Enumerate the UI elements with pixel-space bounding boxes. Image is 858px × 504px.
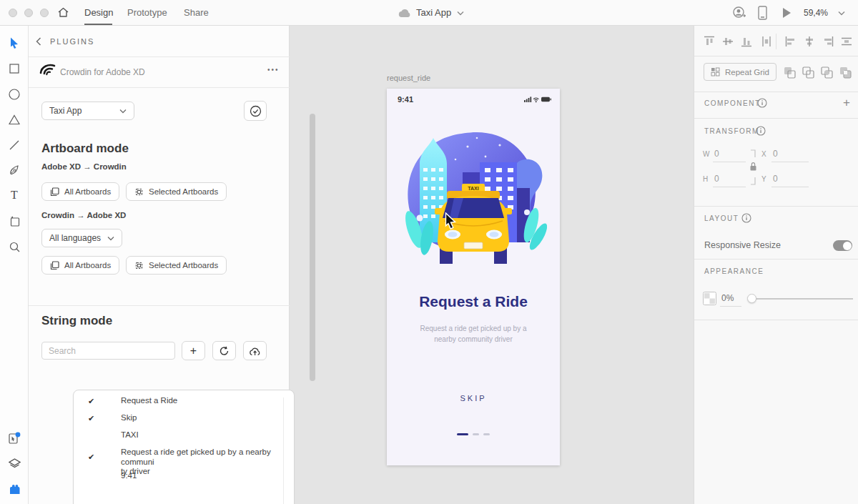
- string-row-check: ✔: [88, 453, 94, 462]
- tab-prototype[interactable]: Prototype: [127, 7, 167, 18]
- responsive-resize-label: Responsive Resize: [704, 240, 781, 250]
- boolean-subtract-icon[interactable]: [802, 66, 815, 79]
- artboard-request-ride[interactable]: 9:41: [387, 89, 560, 465]
- align-right-icon[interactable]: [822, 35, 834, 48]
- plugins-manager-icon[interactable]: [8, 483, 21, 495]
- responsive-resize-toggle[interactable]: [833, 240, 852, 251]
- desktop-preview-play-icon[interactable]: [781, 7, 792, 19]
- layers-icon[interactable]: [8, 458, 21, 470]
- artboard-name-label[interactable]: request_ride: [387, 74, 430, 82]
- string-mode-heading: String mode: [41, 314, 112, 328]
- transform-section-label: TRANSFORM: [704, 127, 759, 135]
- upload-strings-button[interactable]: [243, 341, 267, 360]
- page-dot: [483, 433, 490, 435]
- align-center-icon[interactable]: [803, 35, 816, 48]
- rectangle-tool-icon[interactable]: [8, 62, 21, 75]
- refresh-icon: [219, 346, 230, 356]
- align-bottom-icon[interactable]: [740, 35, 753, 48]
- opacity-checker-icon: [703, 292, 716, 305]
- zoom-chevron-down-icon[interactable]: [838, 11, 845, 16]
- boolean-intersect-icon[interactable]: [820, 66, 834, 79]
- string-row[interactable]: Request a Ride: [121, 396, 272, 406]
- app-titlebar: Design Prototype Share Taxi App 59,4%: [0, 0, 858, 26]
- window-zoom-button[interactable]: [40, 9, 49, 17]
- string-row[interactable]: TAXI: [121, 430, 272, 440]
- align-top-icon[interactable]: [703, 35, 716, 48]
- doc-title-chevron-down-icon[interactable]: [457, 11, 464, 16]
- boolean-add-icon[interactable]: [783, 66, 797, 79]
- invite-user-icon[interactable]: [732, 6, 747, 20]
- page-indicator: [387, 433, 560, 435]
- window-close-button[interactable]: [9, 9, 17, 17]
- page-dot-active: [457, 433, 468, 435]
- repeat-grid-button[interactable]: Repeat Grid: [704, 63, 776, 81]
- distribute-vertical-icon[interactable]: [760, 35, 773, 48]
- opacity-value[interactable]: 0%: [721, 293, 734, 303]
- mouse-cursor: [445, 212, 458, 229]
- opacity-slider-knob[interactable]: [747, 294, 756, 303]
- strings-list: ✔ Request a Ride ✔ Skip TAXI ✔ Request a…: [73, 390, 295, 504]
- selection-icon: [134, 261, 144, 270]
- width-field-value[interactable]: 0: [714, 149, 719, 159]
- all-artboards-button-down[interactable]: All Artboards: [41, 256, 119, 275]
- artboard-tool-icon[interactable]: [8, 214, 21, 227]
- confirm-project-button[interactable]: [244, 101, 267, 121]
- languages-select[interactable]: All languages: [41, 229, 122, 247]
- artboard-mode-heading: Artboard mode: [41, 142, 129, 156]
- document-title[interactable]: Taxi App: [416, 7, 451, 18]
- height-field-value[interactable]: 0: [714, 174, 719, 184]
- plugins-back-label[interactable]: PLUGINS: [50, 37, 94, 46]
- panel-scrollbar[interactable]: [310, 114, 315, 381]
- device-preview-icon[interactable]: [758, 6, 767, 20]
- home-icon[interactable]: [57, 6, 69, 19]
- tab-share[interactable]: Share: [184, 7, 209, 18]
- string-row[interactable]: Skip: [121, 413, 272, 423]
- plugins-back-chevron-icon[interactable]: [36, 37, 41, 46]
- y-field-value[interactable]: 0: [773, 174, 778, 184]
- boolean-exclude-icon[interactable]: [839, 66, 852, 79]
- text-tool-icon[interactable]: T: [8, 189, 21, 202]
- cloud-upload-icon: [249, 346, 261, 356]
- refresh-strings-button[interactable]: [212, 341, 236, 360]
- selected-artboards-label: Selected Artboards: [149, 261, 218, 270]
- project-select[interactable]: Taxi App: [41, 102, 134, 120]
- component-info-icon[interactable]: [757, 98, 767, 108]
- string-row[interactable]: 9:41: [121, 471, 272, 481]
- zoom-level-value[interactable]: 59,4%: [804, 8, 828, 18]
- distribute-horizontal-icon[interactable]: [840, 35, 853, 48]
- align-group-divider: [776, 34, 776, 49]
- align-left-icon[interactable]: [784, 35, 797, 48]
- ellipse-tool-icon[interactable]: [8, 88, 21, 101]
- selected-artboards-button-up[interactable]: Selected Artboards: [126, 182, 227, 201]
- taxi-sign-text: TAXI: [468, 186, 478, 191]
- opacity-slider-track[interactable]: [750, 298, 853, 300]
- selected-artboards-button-down[interactable]: Selected Artboards: [126, 256, 227, 275]
- layout-info-icon[interactable]: [741, 213, 751, 223]
- copy-icon: [50, 261, 59, 270]
- polygon-tool-icon[interactable]: [8, 113, 21, 126]
- select-tool-icon[interactable]: [8, 36, 21, 49]
- add-component-button[interactable]: +: [843, 96, 850, 110]
- add-string-button[interactable]: +: [182, 341, 205, 360]
- align-middle-icon[interactable]: [721, 35, 734, 48]
- tab-design[interactable]: Design: [84, 7, 113, 18]
- design-canvas[interactable]: request_ride 9:41: [290, 26, 694, 504]
- search-input[interactable]: [41, 342, 175, 360]
- height-field-label: H: [703, 175, 708, 183]
- skip-button[interactable]: SKIP: [387, 394, 560, 402]
- zoom-tool-icon[interactable]: [8, 240, 21, 253]
- string-row-check: ✔: [88, 414, 94, 423]
- x-field-value[interactable]: 0: [773, 149, 778, 159]
- crowdin-plugin-panel: PLUGINS Crowdin for Adobe XD ••• Taxi Ap…: [29, 26, 290, 504]
- all-artboards-button-up[interactable]: All Artboards: [41, 182, 119, 201]
- plugin-more-menu[interactable]: •••: [267, 66, 280, 74]
- lock-aspect-icon[interactable]: [747, 147, 759, 187]
- line-tool-icon[interactable]: [8, 139, 21, 152]
- x-field-underline: [771, 162, 809, 162]
- window-minimize-button[interactable]: [24, 9, 33, 17]
- pen-tool-icon[interactable]: [8, 164, 21, 177]
- plugins-panel-icon[interactable]: [8, 432, 21, 445]
- languages-select-value: All languages: [49, 233, 101, 243]
- transform-info-icon[interactable]: [756, 126, 766, 136]
- phone-screen-title: Request a Ride: [387, 293, 560, 310]
